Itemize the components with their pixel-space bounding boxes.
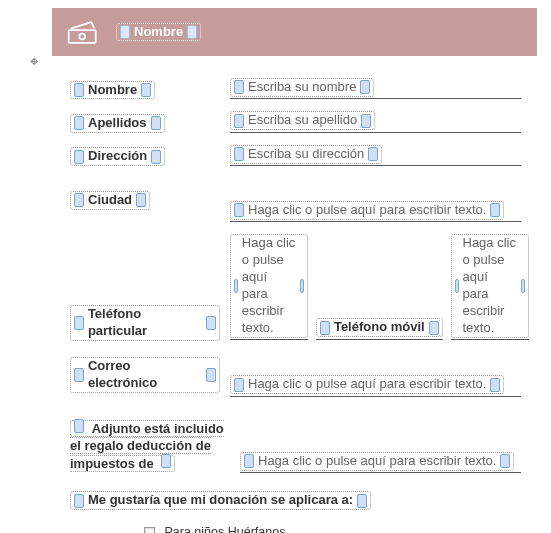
checkbox-1-label: Para niños Huérfanos [164,525,285,533]
money-icon [66,18,102,46]
checkbox-row-1: Para niños Huérfanos [142,519,521,533]
donation-form: Nombre Escriba su nombre Apellidos Escri… [70,78,521,533]
input-telefono-movil[interactable]: Haga clic o pulse aquí para escribir tex… [451,234,529,337]
table-move-handle[interactable]: ✥ [30,56,44,70]
svg-point-1 [79,34,85,40]
checkbox-1[interactable] [144,527,155,533]
label-nombre[interactable]: Nombre [70,81,155,100]
label-ciudad[interactable]: Ciudad [70,191,150,210]
input-telefono-particular[interactable]: Haga clic o pulse aquí para escribir tex… [230,234,308,337]
label-telefono-movil[interactable]: Teléfono móvil [316,318,443,337]
label-adjunto[interactable]: Adjunto está incluido el regalo deducció… [70,420,224,473]
input-adjunto[interactable]: Haga clic o pulse aquí para escribir tex… [240,452,514,471]
label-aplicar[interactable]: Me gustaría que mi donación se aplicara … [70,491,371,510]
input-correo[interactable]: Haga clic o pulse aquí para escribir tex… [230,375,504,394]
input-direccion[interactable]: Escriba su dirección [230,145,382,164]
label-telefono-particular[interactable]: Teléfono particular [70,305,220,341]
svg-rect-0 [69,30,96,43]
header-name-text: Nombre [132,24,185,41]
input-nombre[interactable]: Escriba su nombre [230,78,374,97]
input-ciudad[interactable]: Haga clic o pulse aquí para escribir tex… [230,201,504,220]
input-apellidos[interactable]: Escriba su apellido [230,111,375,130]
label-direccion[interactable]: Dirección [70,147,165,166]
label-correo[interactable]: Correo electrónico [70,357,220,393]
label-apellidos[interactable]: Apellidos [70,114,165,133]
header-name-field[interactable]: Nombre [116,23,201,42]
form-header: Nombre [52,8,537,56]
